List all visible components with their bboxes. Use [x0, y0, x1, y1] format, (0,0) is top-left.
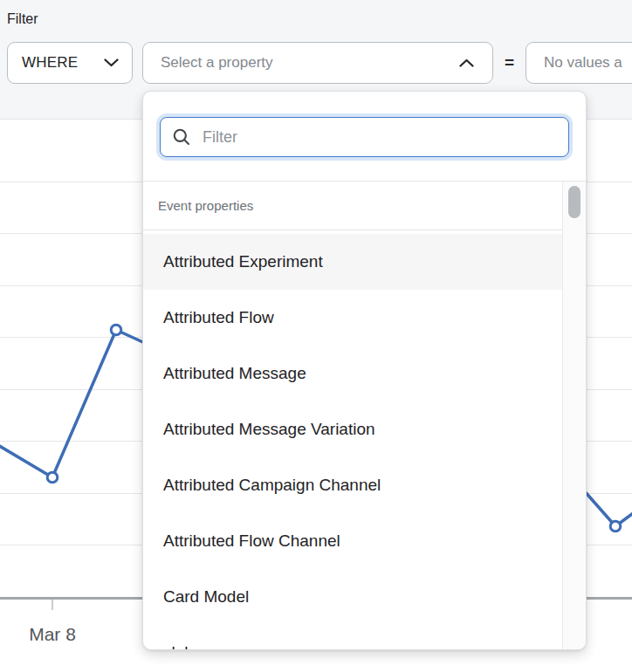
property-select-placeholder: Select a property	[161, 54, 273, 72]
property-option[interactable]: Attributed Message	[143, 346, 562, 401]
values-select[interactable]: No values a	[526, 42, 632, 84]
values-select-placeholder: No values a	[544, 54, 622, 72]
where-operator-label: WHERE	[22, 54, 78, 72]
where-operator-button[interactable]: WHERE	[7, 42, 133, 84]
property-option[interactable]: Attributed Message Variation	[143, 401, 562, 457]
scrollbar-thumb[interactable]	[568, 186, 580, 218]
property-dropdown-panel: Event properties Attributed Experiment A…	[142, 91, 587, 650]
property-option[interactable]: Attributed Experiment	[143, 234, 562, 290]
dropdown-search-input[interactable]	[201, 127, 558, 147]
x-axis-tick	[52, 600, 53, 610]
chart-data-point	[47, 472, 58, 483]
property-option[interactable]: Attributed Flow Channel	[143, 513, 562, 569]
property-list-region: Event properties Attributed Experiment A…	[143, 182, 586, 649]
equals-operator: =	[493, 42, 526, 84]
property-list: Event properties Attributed Experiment A…	[143, 182, 562, 649]
chart-data-point	[610, 521, 621, 531]
chart-line-segment	[0, 330, 147, 477]
property-select[interactable]: Select a property	[142, 42, 493, 84]
x-axis-label: Mar 8	[0, 624, 105, 645]
chevron-down-icon	[104, 58, 119, 67]
filter-section-label: Filter	[7, 11, 38, 27]
property-option[interactable]: Card Model	[143, 569, 562, 625]
dropdown-search-box[interactable]	[160, 117, 569, 157]
analytics-filter-screen: Mar 8 Filter WHERE Select a property = N…	[0, 0, 632, 672]
property-option[interactable]: Attributed Campaign Channel	[143, 457, 562, 513]
chart-data-point	[111, 325, 121, 335]
chevron-up-icon	[459, 58, 474, 67]
dropdown-search-section	[143, 92, 586, 182]
chart-line-segment	[583, 490, 632, 526]
search-icon	[172, 127, 191, 147]
group-header-event-properties: Event properties	[143, 182, 562, 230]
scrollbar-track[interactable]	[562, 182, 586, 649]
property-option[interactable]: club	[143, 625, 562, 649]
property-option[interactable]: Attributed Flow	[143, 290, 562, 346]
